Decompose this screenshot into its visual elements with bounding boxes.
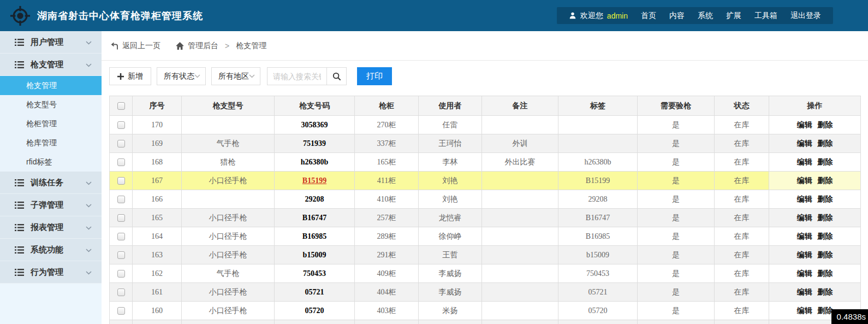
- cell-actions: 编辑 删除: [769, 209, 861, 227]
- edit-link[interactable]: 编辑: [797, 232, 812, 240]
- cell-gun-model: 气手枪: [182, 264, 275, 283]
- sidebar-group-label: 子弹管理: [31, 200, 86, 210]
- nav-item-extend[interactable]: 扩展: [726, 11, 741, 21]
- back-link[interactable]: 返回上一页: [110, 41, 160, 51]
- sidebar-item-gun-management[interactable]: 枪支管理: [0, 76, 102, 95]
- delete-link[interactable]: 删除: [817, 288, 833, 296]
- table-row: 162气手枪750453409柜李威扬750453是在库编辑 删除: [110, 264, 861, 283]
- edit-link[interactable]: 编辑: [797, 158, 812, 166]
- row-checkbox[interactable]: [117, 140, 125, 148]
- list-icon: [15, 224, 24, 231]
- cell-status: 在库: [715, 134, 769, 153]
- nav-item-content[interactable]: 内容: [669, 11, 685, 21]
- delete-link[interactable]: 删除: [817, 214, 833, 222]
- cell-gun-model: 猎枪: [182, 153, 275, 172]
- list-icon: [15, 269, 24, 276]
- sidebar-group-report-management[interactable]: 报表管理: [0, 216, 102, 239]
- cell-user: 徐仰峥: [419, 227, 482, 246]
- table-row: 1703058369270柜任雷是在库编辑 删除: [110, 116, 861, 134]
- row-checkbox[interactable]: [117, 288, 125, 296]
- edit-link[interactable]: 编辑: [797, 307, 812, 315]
- table-row: 164小口径手枪B16985289柜徐仰峥B16985是在库编辑 删除: [110, 227, 861, 246]
- cell-cabinet: 409柜: [355, 264, 419, 283]
- cell-seq: 168: [133, 153, 182, 172]
- edit-link[interactable]: 编辑: [797, 269, 812, 278]
- delete-link[interactable]: 删除: [817, 176, 833, 185]
- sidebar-item-cabinet-management[interactable]: 枪柜管理: [0, 114, 102, 133]
- delete-link[interactable]: 删除: [817, 307, 833, 315]
- cell-actions: 编辑 删除: [769, 172, 861, 190]
- row-checkbox[interactable]: [117, 158, 125, 166]
- cell-gun-number: B16747: [275, 209, 355, 227]
- delete-link[interactable]: 删除: [817, 269, 833, 278]
- gun-number-link[interactable]: B15199: [302, 176, 326, 185]
- sidebar-group-user-management[interactable]: 用户管理: [0, 31, 102, 54]
- delete-link[interactable]: 删除: [817, 195, 833, 203]
- row-checkbox[interactable]: [117, 121, 125, 129]
- row-checkbox[interactable]: [117, 214, 125, 222]
- cell-gun-model: 小口径手枪: [182, 246, 275, 264]
- nav-item-system[interactable]: 系统: [698, 11, 713, 21]
- edit-link[interactable]: 编辑: [797, 176, 812, 185]
- status-filter-select[interactable]: 所有状态: [157, 67, 206, 85]
- cell-note: [482, 190, 558, 209]
- delete-link[interactable]: 删除: [817, 232, 833, 240]
- edit-link[interactable]: 编辑: [797, 121, 812, 129]
- delete-link[interactable]: 删除: [817, 251, 833, 259]
- add-button-label: 新增: [128, 72, 143, 81]
- add-button[interactable]: 新增: [109, 67, 151, 85]
- cell-user: 米扬: [419, 302, 482, 320]
- nav-item-logout[interactable]: 退出登录: [790, 11, 821, 21]
- sidebar-group-system-functions[interactable]: 系统功能: [0, 239, 102, 261]
- col-header-status: 状态: [715, 96, 769, 116]
- nav-item-home[interactable]: 首页: [641, 11, 656, 21]
- print-button[interactable]: 打印: [357, 67, 392, 85]
- toolbar: 新增 所有状态 所有地区 打印: [109, 67, 868, 85]
- delete-link[interactable]: 删除: [817, 139, 833, 148]
- search-input[interactable]: [267, 67, 327, 85]
- row-checkbox[interactable]: [117, 251, 125, 259]
- cell-need-verify: 是: [638, 190, 715, 209]
- region-filter-select[interactable]: 所有地区: [211, 67, 260, 85]
- list-icon: [15, 246, 24, 254]
- row-checkbox[interactable]: [117, 270, 125, 278]
- edit-link[interactable]: 编辑: [797, 288, 812, 296]
- sidebar-item-armory-management[interactable]: 枪库管理: [0, 133, 102, 152]
- row-checkbox-cell: [110, 134, 133, 153]
- row-checkbox[interactable]: [117, 196, 125, 203]
- sidebar-group-behavior-management[interactable]: 行为管理: [0, 261, 102, 284]
- status-filter-value: 所有状态: [164, 72, 194, 81]
- cell-gun-model: 小口径手枪: [182, 172, 275, 190]
- cell-user: [419, 320, 482, 324]
- cell-gun-model: 小口径手枪: [182, 227, 275, 246]
- edit-link[interactable]: 编辑: [797, 251, 812, 259]
- row-checkbox[interactable]: [117, 233, 125, 240]
- edit-link[interactable]: 编辑: [797, 195, 812, 203]
- nav-item-toolbox[interactable]: 工具箱: [754, 11, 777, 21]
- crosshair-logo-icon: [10, 5, 31, 26]
- edit-link[interactable]: 编辑: [797, 139, 812, 148]
- row-checkbox[interactable]: [117, 307, 125, 315]
- breadcrumb-root[interactable]: 管理后台: [176, 41, 218, 51]
- cell-actions: 编辑 删除: [769, 246, 861, 264]
- search-button[interactable]: [326, 67, 347, 85]
- delete-link[interactable]: 删除: [817, 158, 833, 166]
- row-checkbox-cell: [110, 283, 133, 302]
- edit-link[interactable]: 编辑: [797, 214, 812, 222]
- cell-need-verify: 是: [638, 153, 715, 172]
- sidebar-group-bullet-management[interactable]: 子弹管理: [0, 194, 102, 216]
- sidebar-item-rfid-tags[interactable]: rfid标签: [0, 152, 102, 172]
- cell-gun-number: 29208: [275, 190, 355, 209]
- sidebar-group-gun-management[interactable]: 枪支管理: [0, 54, 102, 76]
- cell-cabinet: 289柜: [355, 227, 419, 246]
- username[interactable]: admin: [607, 11, 628, 20]
- table-row: 168猎枪h26380b165柜李林外出比赛h26380b是在库编辑 删除: [110, 153, 861, 172]
- sidebar-group-training-tasks[interactable]: 训练任务: [0, 172, 102, 194]
- table-row: 169气手枪751939337柜王珂怡外训是在库编辑 删除: [110, 134, 861, 153]
- delete-link[interactable]: 删除: [817, 121, 833, 129]
- cell-gun-number: B16985: [275, 227, 355, 246]
- cell-seq: 163: [133, 246, 182, 264]
- row-checkbox[interactable]: [117, 177, 125, 185]
- sidebar-item-gun-model[interactable]: 枪支型号: [0, 95, 102, 114]
- select-all-checkbox[interactable]: [117, 102, 125, 110]
